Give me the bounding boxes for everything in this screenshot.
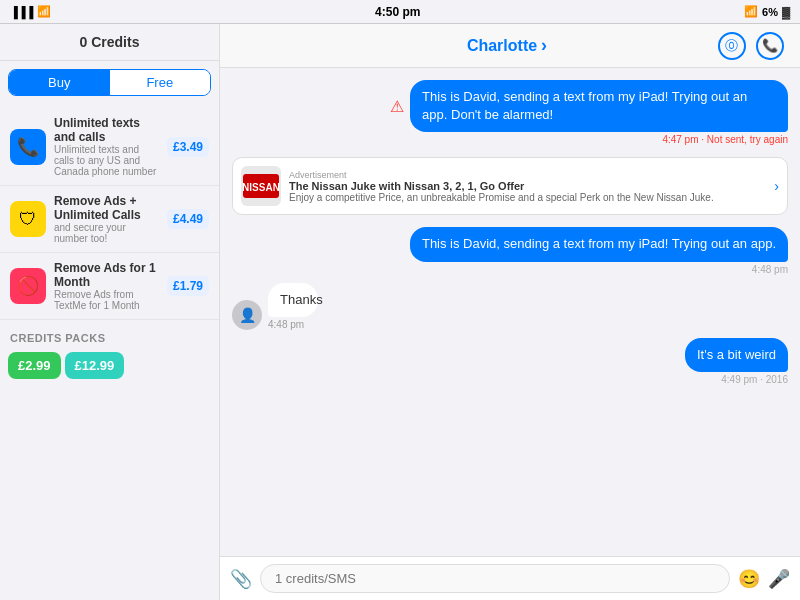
pack-btn-1[interactable]: £2.99 bbox=[8, 352, 61, 379]
video-call-button[interactable]: ⓪ bbox=[718, 32, 746, 60]
input-bar: 📎 😊 🎤 bbox=[220, 556, 800, 600]
wifi-icon2: 📶 bbox=[744, 5, 758, 18]
message-text-4: It's a bit weird bbox=[697, 347, 776, 362]
plan-title-ads-calls: Remove Ads + Unlimited Calls bbox=[54, 194, 159, 222]
status-left: ▐▐▐ 📶 bbox=[10, 5, 51, 18]
packs-grid: £2.99 £12.99 bbox=[0, 348, 219, 383]
ad-action-icon[interactable]: › bbox=[774, 178, 779, 194]
attach-icon[interactable]: 📎 bbox=[230, 568, 252, 590]
signal-icon: ▐▐▐ bbox=[10, 6, 33, 18]
plan-price-ads[interactable]: £1.79 bbox=[167, 276, 209, 296]
ad-text-block: Advertisement The Nissan Juke with Nissa… bbox=[289, 170, 766, 203]
plan-price-unlimited[interactable]: £3.49 bbox=[167, 137, 209, 157]
main-container: 0 Credits Buy Free 📞 Unlimited texts and… bbox=[0, 24, 800, 600]
message-bubble-1: This is David, sending a text from my iP… bbox=[410, 80, 788, 132]
tab-row: Buy Free bbox=[8, 69, 211, 96]
status-bar: ▐▐▐ 📶 4:50 pm 📶 6% ▓ bbox=[0, 0, 800, 24]
battery-icon: ▓ bbox=[782, 6, 790, 18]
error-icon: ⚠ bbox=[390, 97, 404, 116]
plan-text-ads: Remove Ads for 1 Month Remove Ads from T… bbox=[54, 261, 159, 311]
status-time: 4:50 pm bbox=[375, 5, 420, 19]
ad-subtitle: Enjoy a competitive Price, an unbreakabl… bbox=[289, 192, 766, 203]
ad-label: Advertisement bbox=[289, 170, 766, 180]
message-bubble-3: Thanks bbox=[268, 283, 318, 317]
plan-icon-ads: 🚫 bbox=[10, 268, 46, 304]
message-text-1: This is David, sending a text from my iP… bbox=[422, 89, 747, 122]
message-bubble-2: This is David, sending a text from my iP… bbox=[410, 227, 788, 261]
chevron-icon: › bbox=[541, 35, 547, 56]
plan-remove-ads-calls[interactable]: 🛡 Remove Ads + Unlimited Calls and secur… bbox=[0, 186, 219, 253]
message-row-1: ⚠ This is David, sending a text from my … bbox=[232, 80, 788, 145]
avatar: 👤 bbox=[232, 300, 262, 330]
message-row-3: 👤 Thanks 4:48 pm bbox=[232, 283, 788, 330]
phone-call-button[interactable]: 📞 bbox=[756, 32, 784, 60]
chat-contact-name[interactable]: Charlotte › bbox=[467, 35, 547, 56]
chat-header-actions: ⓪ 📞 bbox=[718, 32, 784, 60]
plan-text-ads-calls: Remove Ads + Unlimited Calls and secure … bbox=[54, 194, 159, 244]
message-time-4: 4:49 pm · 2016 bbox=[721, 374, 788, 385]
chat-header: Charlotte › ⓪ 📞 bbox=[220, 24, 800, 68]
message-time-2: 4:48 pm bbox=[752, 264, 788, 275]
credits-header: 0 Credits bbox=[0, 24, 219, 61]
ad-banner[interactable]: NISSAN Advertisement The Nissan Juke wit… bbox=[232, 157, 788, 215]
input-right-icons: 😊 🎤 bbox=[738, 568, 790, 590]
message-row-4: It's a bit weird 4:49 pm · 2016 bbox=[232, 338, 788, 385]
ad-logo: NISSAN bbox=[241, 166, 281, 206]
message-with-avatar: 👤 Thanks 4:48 pm bbox=[232, 283, 335, 330]
message-time-1: 4:47 pm · Not sent, try again bbox=[662, 134, 788, 145]
tab-free[interactable]: Free bbox=[110, 70, 211, 95]
message-text-2: This is David, sending a text from my iP… bbox=[422, 236, 776, 251]
ad-title: The Nissan Juke with Nissan 3, 2, 1, Go … bbox=[289, 180, 766, 192]
battery-percent: 6% bbox=[762, 6, 778, 18]
plan-subtitle-unlimited: Unlimited texts and calls to any US and … bbox=[54, 144, 159, 177]
tab-buy[interactable]: Buy bbox=[9, 70, 110, 95]
right-panel: Charlotte › ⓪ 📞 ⚠ This is David, sending… bbox=[220, 24, 800, 600]
plan-remove-ads[interactable]: 🚫 Remove Ads for 1 Month Remove Ads from… bbox=[0, 253, 219, 320]
contact-name-label: Charlotte bbox=[467, 37, 537, 55]
plan-text-unlimited: Unlimited texts and calls Unlimited text… bbox=[54, 116, 159, 177]
plan-icon-unlimited: 📞 bbox=[10, 129, 46, 165]
message-input[interactable] bbox=[260, 564, 730, 593]
wifi-icon: 📶 bbox=[37, 5, 51, 18]
plan-icon-ads-calls: 🛡 bbox=[10, 201, 46, 237]
message-row-2: This is David, sending a text from my iP… bbox=[232, 227, 788, 274]
plan-unlimited[interactable]: 📞 Unlimited texts and calls Unlimited te… bbox=[0, 108, 219, 186]
message-time-3: 4:48 pm bbox=[268, 319, 335, 330]
left-panel: 0 Credits Buy Free 📞 Unlimited texts and… bbox=[0, 24, 220, 600]
chat-messages: ⚠ This is David, sending a text from my … bbox=[220, 68, 800, 556]
pack-btn-2[interactable]: £12.99 bbox=[65, 352, 125, 379]
plan-subtitle-ads-calls: and secure your number too! bbox=[54, 222, 159, 244]
plan-list: 📞 Unlimited texts and calls Unlimited te… bbox=[0, 104, 219, 324]
plan-price-ads-calls[interactable]: £4.49 bbox=[167, 209, 209, 229]
mic-icon[interactable]: 🎤 bbox=[768, 568, 790, 590]
plan-title-unlimited: Unlimited texts and calls bbox=[54, 116, 159, 144]
emoji-icon[interactable]: 😊 bbox=[738, 568, 760, 590]
plan-subtitle-ads: Remove Ads from TextMe for 1 Month bbox=[54, 289, 159, 311]
message-text-3: Thanks bbox=[280, 292, 323, 307]
status-right: 📶 6% ▓ bbox=[744, 5, 790, 18]
received-bubble-wrapper: Thanks 4:48 pm bbox=[268, 283, 335, 330]
message-bubble-4: It's a bit weird bbox=[685, 338, 788, 372]
svg-text:NISSAN: NISSAN bbox=[243, 182, 279, 193]
credits-packs-label: CREDITS PACKS bbox=[0, 324, 219, 348]
plan-title-ads: Remove Ads for 1 Month bbox=[54, 261, 159, 289]
